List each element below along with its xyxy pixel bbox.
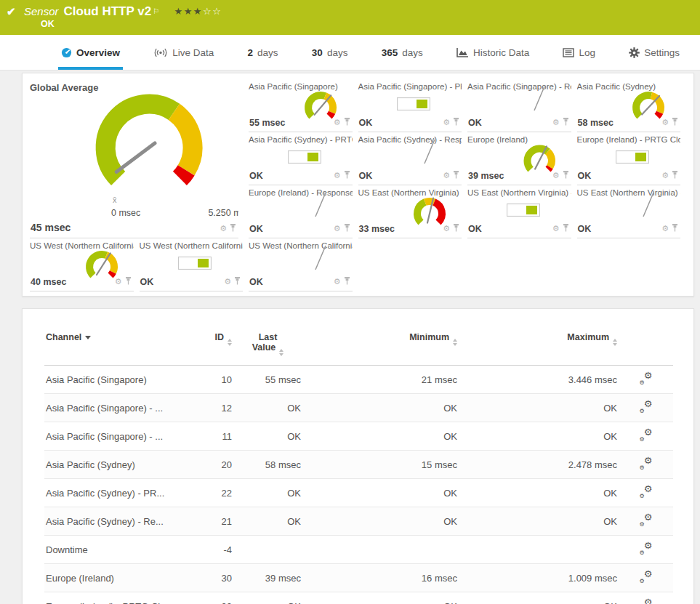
gear-icon[interactable]: ⚙ bbox=[443, 172, 450, 179]
pin-icon[interactable] bbox=[230, 222, 236, 235]
settings-icon bbox=[629, 47, 640, 58]
pin-icon[interactable] bbox=[234, 275, 241, 288]
channel-settings-icon[interactable]: ⚙⚙ bbox=[640, 400, 653, 413]
priority-stars[interactable]: ★★★☆☆ bbox=[174, 6, 222, 17]
table-row[interactable]: Downtime-4⚙⚙ bbox=[44, 536, 673, 564]
channel-settings-icon[interactable]: ⚙⚙ bbox=[640, 542, 653, 555]
tile-footer-icons: ⚙ bbox=[334, 116, 350, 129]
gear-icon[interactable]: ⚙ bbox=[661, 225, 669, 232]
tab-historic-data[interactable]: Historic Data bbox=[454, 35, 532, 70]
column-header-last[interactable]: LastValue bbox=[233, 328, 302, 366]
gear-icon[interactable]: ⚙ bbox=[115, 278, 122, 285]
channel-tile[interactable]: Asia Pacific (Sydney) 58 msec⚙ bbox=[577, 79, 681, 132]
channel-tile[interactable]: Asia Pacific (Singapore) - Res...OK⚙ bbox=[467, 79, 571, 132]
tab-overview[interactable]: Overview bbox=[58, 35, 123, 70]
channel-tile[interactable]: Europe (Ireland) - Response C...OK⚙ bbox=[249, 185, 353, 238]
gear-icon[interactable]: ⚙ bbox=[334, 278, 341, 285]
column-header-channel[interactable]: Channel bbox=[44, 328, 193, 366]
main-content: Global Average x̄ 0 msec 5.250 msec 45 m… bbox=[0, 71, 700, 604]
column-header-min[interactable]: Minimum bbox=[302, 328, 459, 366]
gear-icon[interactable]: ⚙ bbox=[334, 172, 341, 179]
channel-settings-icon[interactable]: ⚙⚙ bbox=[640, 372, 653, 384]
channel-tile[interactable]: Asia Pacific (Singapore) - PR...OK⚙ bbox=[358, 79, 462, 132]
table-row[interactable]: Asia Pacific (Singapore) - ...11OKOKOK⚙⚙ bbox=[44, 422, 673, 451]
gear-icon[interactable]: ⚙ bbox=[443, 118, 450, 126]
table-row[interactable]: Europe (Ireland) - PRTG Cl...32OKOKOK⚙⚙ bbox=[44, 592, 673, 604]
table-row[interactable]: Asia Pacific (Sydney)2058 msec15 msec2.4… bbox=[44, 451, 673, 479]
cell-minimum: 16 msec bbox=[302, 564, 459, 592]
tab-30-days[interactable]: 30days bbox=[309, 35, 351, 70]
pin-icon[interactable] bbox=[344, 275, 350, 288]
table-row[interactable]: Asia Pacific (Singapore) - ...12OKOKOK⚙⚙ bbox=[44, 394, 673, 422]
channel-tile-value: OK bbox=[249, 277, 263, 287]
channel-settings-icon[interactable]: ⚙⚙ bbox=[640, 486, 653, 498]
channel-tile[interactable]: Asia Pacific (Sydney) - Respo...OK⚙ bbox=[358, 132, 462, 185]
channel-tile[interactable]: US West (Northern California)...OK⚙ bbox=[249, 238, 353, 291]
channel-settings-icon[interactable]: ⚙⚙ bbox=[640, 514, 653, 526]
gauges-panel: Global Average x̄ 0 msec 5.250 msec 45 m… bbox=[22, 73, 694, 297]
pin-icon[interactable] bbox=[344, 169, 350, 182]
pin-icon[interactable] bbox=[125, 275, 132, 288]
channel-tile-title: Europe (Ireland) - PRTG Cloud... bbox=[577, 132, 681, 144]
pin-icon[interactable] bbox=[453, 169, 459, 182]
pin-icon[interactable] bbox=[344, 222, 350, 235]
cell-id: 30 bbox=[193, 564, 233, 592]
pin-icon[interactable] bbox=[344, 116, 350, 129]
channel-tile[interactable]: Europe (Ireland) - PRTG Cloud...OK⚙ bbox=[577, 132, 681, 185]
tab-settings[interactable]: Settings bbox=[626, 35, 683, 70]
tab-2-days[interactable]: 2days bbox=[245, 35, 281, 70]
gear-icon[interactable]: ⚙ bbox=[552, 225, 560, 232]
channel-settings-icon[interactable]: ⚙⚙ bbox=[640, 571, 653, 583]
tab-bar: OverviewLive Data2days30days365daysHisto… bbox=[0, 35, 700, 71]
cell-channel: Asia Pacific (Sydney) bbox=[44, 451, 193, 479]
pin-icon[interactable] bbox=[453, 222, 459, 235]
channel-tile[interactable]: US East (Northern Virginia) 33 msec⚙ bbox=[358, 185, 462, 238]
table-row[interactable]: Asia Pacific (Sydney) - Re...21OKOKOK⚙⚙ bbox=[44, 507, 673, 536]
gear-icon[interactable]: ⚙ bbox=[661, 118, 669, 126]
pin-icon[interactable] bbox=[672, 222, 678, 235]
pin-icon[interactable] bbox=[672, 169, 678, 182]
global-average-tile[interactable]: Global Average x̄ 0 msec 5.250 msec 45 m… bbox=[30, 79, 238, 238]
cell-maximum: 1.009 msec bbox=[459, 564, 619, 592]
channel-tile[interactable]: Europe (Ireland) 39 msec⚙ bbox=[467, 132, 571, 185]
pin-icon[interactable] bbox=[672, 116, 678, 129]
historic-icon bbox=[456, 47, 469, 57]
gear-icon[interactable]: ⚙ bbox=[334, 118, 341, 126]
gear-icon[interactable]: ⚙ bbox=[224, 278, 231, 285]
tab-365-days[interactable]: 365days bbox=[379, 35, 426, 70]
gauge-scale: 0 msec 5.250 msec bbox=[111, 208, 238, 218]
pin-icon[interactable] bbox=[563, 222, 569, 235]
pin-icon[interactable] bbox=[453, 116, 459, 129]
tab-live-data[interactable]: Live Data bbox=[150, 35, 217, 70]
channel-settings-icon[interactable]: ⚙⚙ bbox=[640, 429, 653, 441]
channel-tile-value: OK bbox=[578, 171, 592, 181]
column-header-max[interactable]: Maximum bbox=[459, 328, 619, 366]
pin-icon[interactable] bbox=[563, 169, 569, 182]
channel-tile-value: OK bbox=[140, 277, 154, 287]
tab-label: days bbox=[327, 47, 348, 58]
channel-tile[interactable]: US East (Northern Virginia) - ...OK⚙ bbox=[577, 185, 681, 238]
pin-icon[interactable] bbox=[563, 116, 569, 129]
column-header-id[interactable]: ID bbox=[193, 328, 233, 366]
gear-icon[interactable]: ⚙ bbox=[552, 172, 560, 179]
gauge-scale-max: 5.250 msec bbox=[208, 208, 238, 218]
channel-settings-icon[interactable]: ⚙⚙ bbox=[640, 599, 653, 604]
channel-tile[interactable]: US West (Northern California)...OK⚙ bbox=[140, 238, 244, 291]
cell-minimum: OK bbox=[302, 394, 459, 422]
tab-log[interactable]: Log bbox=[560, 35, 598, 70]
gear-icon[interactable]: ⚙ bbox=[443, 225, 450, 232]
gear-icon[interactable]: ⚙ bbox=[334, 225, 341, 232]
channel-settings-icon[interactable]: ⚙⚙ bbox=[640, 457, 653, 470]
gear-icon[interactable]: ⚙ bbox=[220, 225, 227, 232]
gear-icon[interactable]: ⚙ bbox=[552, 118, 560, 126]
channel-tile[interactable]: Asia Pacific (Singapore) 55 msec⚙ bbox=[249, 79, 353, 132]
cell-last-value: 58 msec bbox=[233, 451, 302, 479]
table-row[interactable]: Europe (Ireland)3039 msec16 msec1.009 ms… bbox=[44, 564, 673, 592]
table-row[interactable]: Asia Pacific (Sydney) - PR...22OKOKOK⚙⚙ bbox=[44, 479, 673, 507]
channel-tile[interactable]: US East (Northern Virginia) - ...OK⚙ bbox=[467, 185, 571, 238]
channel-tile[interactable]: Asia Pacific (Sydney) - PRTG ...OK⚙ bbox=[249, 132, 353, 185]
cell-id: 12 bbox=[193, 394, 233, 422]
table-row[interactable]: Asia Pacific (Singapore)1055 msec21 msec… bbox=[44, 366, 673, 394]
gear-icon[interactable]: ⚙ bbox=[661, 172, 669, 179]
channel-tile[interactable]: US West (Northern California) 40 msec⚙ bbox=[30, 238, 134, 291]
